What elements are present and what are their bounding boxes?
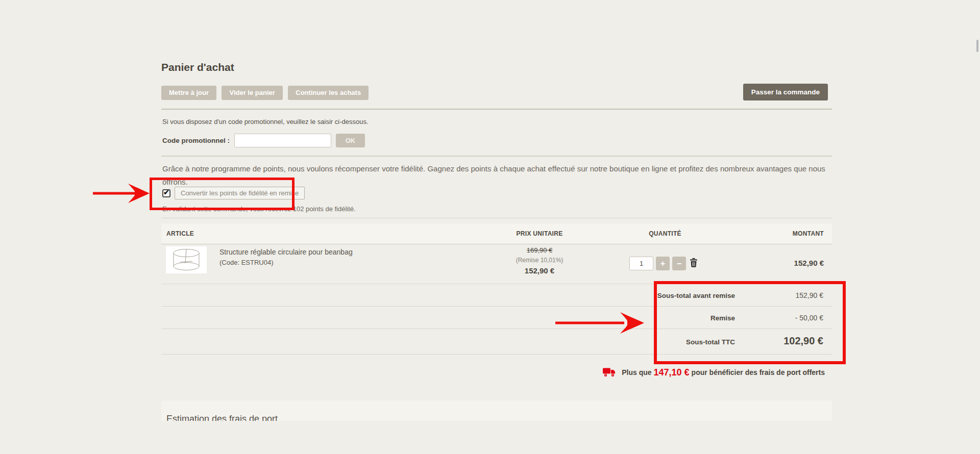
empty-cart-button[interactable]: Vider le panier bbox=[222, 86, 282, 100]
header-quantity: QUANTITÉ bbox=[629, 230, 701, 237]
promo-code-label: Code promotionnel : bbox=[162, 137, 230, 144]
divider bbox=[161, 156, 832, 157]
divider bbox=[161, 218, 832, 218]
old-price: 169,90 € bbox=[500, 246, 579, 254]
promo-code-input[interactable] bbox=[234, 134, 331, 147]
quantity-cell: + − bbox=[629, 256, 698, 271]
promo-ok-button[interactable]: OK bbox=[336, 134, 365, 147]
unit-price-cell: 169,90 € (Remise 10,01%) 152,90 € bbox=[500, 246, 579, 275]
shipping-estimation-title: Estimation des frais de port bbox=[166, 414, 278, 421]
line-amount: 152,90 € bbox=[794, 259, 824, 267]
shipping-estimation-panel: Estimation des frais de port bbox=[161, 400, 832, 421]
shipping-remaining-amount: 147,10 € bbox=[652, 367, 692, 378]
product-code: (Code: ESTRU04) bbox=[219, 259, 273, 266]
cart-table-header: ARTICLE PRIX UNITAIRE QUANTITÉ MONTANT bbox=[161, 223, 832, 244]
product-thumbnail[interactable] bbox=[166, 246, 207, 273]
discount-note: (Remise 10,01%) bbox=[500, 257, 579, 264]
header-amount: MONTANT bbox=[793, 230, 824, 237]
header-unit-price: PRIX UNITAIRE bbox=[500, 230, 579, 237]
divider bbox=[161, 109, 832, 110]
annotation-arrow-totals bbox=[554, 312, 646, 334]
increase-quantity-button[interactable]: + bbox=[656, 257, 670, 270]
product-wireframe-image bbox=[166, 246, 207, 273]
product-name[interactable]: Structure réglable circulaire pour beanb… bbox=[219, 248, 353, 256]
plus-icon: + bbox=[660, 259, 665, 268]
cart-item-row: Structure réglable circulaire pour beanb… bbox=[161, 244, 832, 284]
update-cart-button[interactable]: Mettre à jour bbox=[161, 86, 216, 100]
header-article: ARTICLE bbox=[166, 230, 194, 237]
minus-icon: − bbox=[677, 259, 681, 268]
annotation-arrow-convert-points bbox=[92, 183, 153, 204]
annotation-rectangle-convert-points bbox=[150, 178, 295, 210]
cart-page: Panier d'achat Mettre à jour Vider le pa… bbox=[161, 0, 832, 454]
annotation-rectangle-totals bbox=[654, 281, 846, 364]
checkout-button[interactable]: Passer la commande bbox=[743, 84, 828, 100]
page-title: Panier d'achat bbox=[161, 61, 234, 73]
promo-code-row: Code promotionnel : OK bbox=[162, 133, 365, 147]
cart-toolbar: Mettre à jour Vider le panier Continuer … bbox=[161, 86, 832, 101]
free-shipping-notice: Plus que 147,10 € pour bénéficier des fr… bbox=[603, 364, 825, 381]
promo-hint-text: Si vous disposez d'un code promotionnel,… bbox=[162, 118, 369, 125]
continue-shopping-button[interactable]: Continuer les achats bbox=[288, 86, 369, 100]
shipping-text-suffix: pour bénéficier des frais de port offert… bbox=[692, 368, 825, 376]
scrollbar-thumb[interactable] bbox=[976, 40, 978, 52]
truck-icon bbox=[603, 367, 617, 378]
remove-item-button[interactable] bbox=[690, 256, 698, 271]
unit-price: 152,90 € bbox=[500, 266, 579, 275]
shipping-text-prefix: Plus que bbox=[622, 368, 651, 376]
quantity-input[interactable] bbox=[629, 257, 653, 270]
trash-icon bbox=[690, 258, 698, 267]
decrease-quantity-button[interactable]: − bbox=[672, 257, 686, 270]
